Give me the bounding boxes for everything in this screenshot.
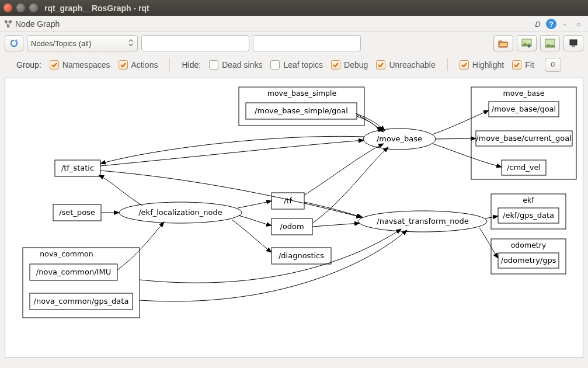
svg-text:move_base: move_base: [503, 89, 545, 98]
options-row: Group: Namespaces Actions Hide: Dead sin…: [0, 54, 588, 78]
cluster-move-base: move_base /move_base/goal /move_base/cur…: [471, 87, 576, 179]
svg-point-4: [524, 40, 526, 42]
topic-set-pose[interactable]: /set_pose: [53, 204, 101, 221]
combo-value: Nodes/Topics (all): [31, 39, 91, 48]
cluster-move-base-simple: move_base_simple /move_base_simple/goal: [239, 87, 364, 126]
node-move-base[interactable]: /move_base: [363, 129, 436, 150]
topic-odometry-gps[interactable]: /odometry/gps: [498, 253, 559, 268]
node-topic-combo[interactable]: Nodes/Topics (all): [27, 35, 138, 51]
picture-save-icon: [521, 39, 532, 48]
svg-text:/diagnostics: /diagnostics: [279, 251, 324, 260]
window-close-button[interactable]: [4, 4, 12, 12]
save-dot-button[interactable]: [540, 35, 560, 51]
refresh-button[interactable]: [5, 35, 23, 51]
topic-tf-static[interactable]: /tf_static: [55, 160, 100, 176]
cluster-odometry: odometry /odometry/gps: [491, 239, 566, 274]
hide-label: Hide:: [182, 60, 201, 70]
svg-text:/move_base/goal: /move_base/goal: [492, 105, 556, 113]
svg-text:/tf_static: /tf_static: [61, 164, 94, 172]
toolbar: Nodes/Topics (all): [0, 32, 588, 54]
unreachable-checkbox[interactable]: Unreachable: [376, 60, 435, 70]
svg-text:/move_base/current_goal: /move_base/current_goal: [476, 134, 572, 143]
svg-text:/nova_common/gps_data: /nova_common/gps_data: [34, 297, 129, 305]
svg-text:/odom: /odom: [280, 222, 304, 231]
help-icon[interactable]: ?: [546, 19, 556, 29]
namespaces-checkbox[interactable]: Namespaces: [50, 60, 110, 70]
opts-divider-1: [169, 58, 170, 71]
refresh-icon: [9, 38, 19, 48]
svg-text:/nova_common/IMU: /nova_common/IMU: [36, 268, 111, 276]
svg-text:/tf: /tf: [284, 196, 292, 205]
topic-nova-common-gps-data[interactable]: /nova_common/gps_data: [30, 293, 133, 310]
panel-heading: Node Graph D ? - ○: [0, 16, 588, 32]
panel-d-button[interactable]: D: [532, 18, 544, 30]
open-file-button[interactable]: [493, 35, 513, 51]
fit-checkbox[interactable]: Fit: [512, 60, 534, 70]
cluster-nova-common: nova_common /nova_common/IMU /nova_commo…: [23, 248, 140, 318]
svg-text:ekf: ekf: [523, 196, 534, 204]
highlight-checkbox[interactable]: Highlight: [460, 60, 504, 70]
svg-text:/set_pose: /set_pose: [59, 208, 95, 217]
monitor-icon: [569, 39, 577, 47]
folder-open-icon: [498, 39, 509, 48]
svg-text:/move_base_simple/goal: /move_base_simple/goal: [255, 106, 348, 115]
svg-text:move_base_simple: move_base_simple: [267, 89, 337, 98]
panel-circle-icon[interactable]: ○: [573, 18, 584, 30]
svg-text:odometry: odometry: [511, 241, 547, 249]
dead-sinks-checkbox[interactable]: Dead sinks: [209, 60, 262, 70]
window-minimize-button[interactable]: [16, 4, 25, 12]
pause-button[interactable]: [563, 35, 583, 51]
topic-move-base-simple-goal[interactable]: /move_base_simple/goal: [246, 103, 357, 119]
svg-text:/move_base: /move_base: [377, 134, 422, 143]
svg-text:/cmd_vel: /cmd_vel: [507, 163, 541, 172]
cluster-ekf: ekf /ekf/gps_data: [491, 194, 566, 229]
node-navsat-transform-node[interactable]: /navsat_transform_node: [359, 211, 487, 232]
topic-tf[interactable]: /tf: [272, 193, 304, 209]
topic-cmd-vel[interactable]: /cmd_vel: [502, 160, 546, 175]
svg-text:/ekf_localization_node: /ekf_localization_node: [138, 208, 222, 217]
save-image-button[interactable]: [517, 35, 537, 51]
nesting-level-button[interactable]: 0: [545, 58, 561, 72]
filter-input-2[interactable]: [253, 35, 361, 51]
group-label: Group:: [16, 60, 41, 70]
svg-text:/navsat_transform_node: /navsat_transform_node: [377, 217, 468, 225]
svg-text:/odometry/gps: /odometry/gps: [501, 256, 556, 265]
picture-icon: [545, 39, 555, 48]
chevron-updown-icon: [128, 39, 134, 48]
actions-checkbox[interactable]: Actions: [119, 60, 158, 70]
debug-checkbox[interactable]: Debug: [331, 60, 368, 70]
topic-odom[interactable]: /odom: [272, 218, 312, 235]
topic-diagnostics[interactable]: /diagnostics: [272, 248, 331, 264]
leaf-topics-checkbox[interactable]: Leaf topics: [270, 60, 323, 70]
opts-divider-2: [447, 58, 448, 71]
graph-canvas[interactable]: move_base_simple /move_base_simple/goal …: [5, 78, 583, 358]
svg-point-6: [547, 40, 549, 42]
panel-minimize-icon[interactable]: -: [559, 18, 570, 30]
window-maximize-button[interactable]: [29, 4, 38, 12]
panel-icon: [4, 19, 13, 29]
topic-nova-common-imu[interactable]: /nova_common/IMU: [30, 264, 117, 280]
svg-text:nova_common: nova_common: [40, 249, 93, 258]
node-ekf-localization-node[interactable]: /ekf_localization_node: [119, 202, 242, 223]
topic-move-base-goal[interactable]: /move_base/goal: [489, 102, 559, 117]
topic-move-base-current-goal[interactable]: /move_base/current_goal: [476, 131, 572, 146]
svg-text:/ekf/gps_data: /ekf/gps_data: [503, 211, 554, 220]
filter-input-1[interactable]: [141, 35, 249, 51]
topic-ekf-gps-data[interactable]: /ekf/gps_data: [498, 208, 559, 223]
window-title: rqt_graph__RosGraph - rqt: [44, 4, 149, 13]
window-titlebar: rqt_graph__RosGraph - rqt: [0, 0, 588, 16]
panel-tab-title: Node Graph: [15, 19, 60, 29]
svg-rect-8: [572, 46, 575, 47]
svg-rect-7: [570, 40, 577, 45]
